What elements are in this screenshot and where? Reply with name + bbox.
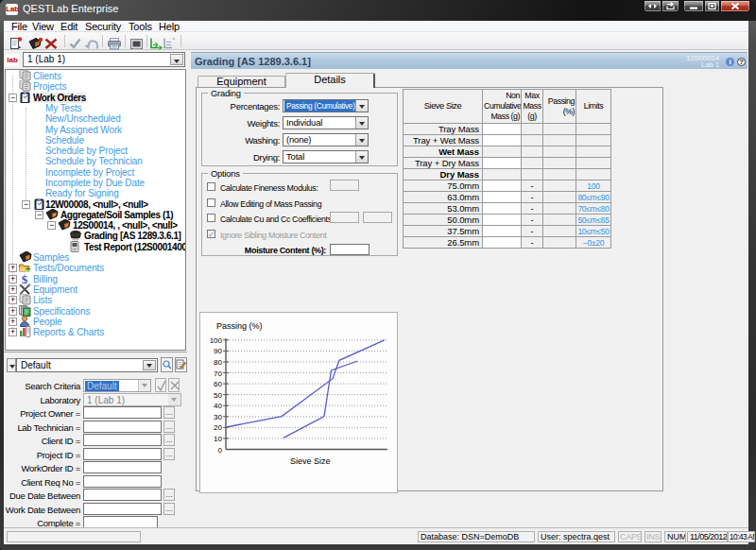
svg-text:40: 40 (214, 402, 222, 410)
svg-text:100: 100 (210, 336, 223, 345)
svg-text:Sieve Size: Sieve Size (290, 456, 331, 466)
svg-text:60: 60 (214, 380, 222, 388)
svg-text:0: 0 (218, 446, 223, 455)
svg-text:80: 80 (214, 358, 222, 367)
svg-text:70: 70 (214, 370, 222, 378)
svg-text:30: 30 (214, 413, 222, 421)
svg-text:Passing (%): Passing (%) (216, 321, 263, 331)
svg-text:20: 20 (214, 423, 222, 432)
svg-text:90: 90 (214, 347, 222, 355)
svg-text:10: 10 (214, 435, 222, 443)
svg-text:50: 50 (214, 391, 222, 400)
